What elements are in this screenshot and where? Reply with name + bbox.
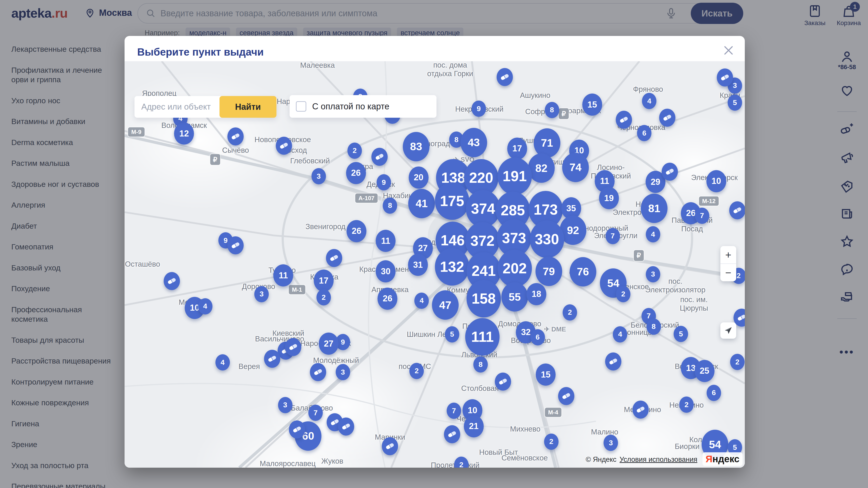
map-cluster[interactable]: 4 (642, 93, 656, 109)
map-cluster[interactable]: 2 (347, 142, 362, 159)
map-cluster[interactable]: 158 (467, 280, 501, 318)
map-cluster[interactable]: 3 (311, 168, 326, 184)
zoom-out-button[interactable]: − (720, 264, 736, 281)
map-cluster[interactable]: 132 (435, 248, 469, 286)
map-cluster[interactable]: 2 (616, 286, 630, 302)
map-cluster[interactable]: 8 (473, 356, 488, 372)
map-cluster[interactable]: 3 (603, 435, 618, 451)
map-cluster[interactable]: 7 (606, 228, 620, 244)
pharmacy-pill-marker[interactable] (497, 68, 513, 86)
map-cluster[interactable]: 76 (569, 257, 596, 287)
map-cluster[interactable]: 7 (695, 207, 709, 224)
map-cluster[interactable]: 4 (613, 326, 627, 343)
map-cluster[interactable]: 3 (646, 266, 660, 283)
map-cluster[interactable]: 41 (408, 189, 435, 218)
close-icon[interactable] (722, 44, 735, 57)
map-cluster[interactable]: 7 (308, 404, 323, 421)
pharmacy-pill-marker[interactable] (227, 236, 244, 254)
pharmacy-pill-marker[interactable] (495, 372, 511, 391)
map-cluster[interactable]: 6 (530, 329, 545, 346)
map-cluster[interactable]: 43 (460, 128, 487, 157)
pharmacy-pill-marker[interactable] (338, 418, 354, 435)
map-cluster[interactable]: 19 (599, 187, 619, 209)
card-payment-checkbox[interactable] (296, 101, 306, 111)
pharmacy-pill-marker[interactable] (444, 425, 460, 443)
pharmacy-pill-marker[interactable] (227, 127, 244, 145)
map-cluster[interactable]: 6 (707, 385, 721, 401)
map-cluster[interactable]: 2 (316, 289, 331, 305)
pharmacy-pill-marker[interactable] (276, 137, 292, 155)
map-cluster[interactable]: 81 (641, 194, 668, 223)
pharmacy-pill-marker[interactable] (659, 109, 675, 127)
map-cluster[interactable]: 4 (215, 354, 230, 370)
map-cluster[interactable]: 71 (534, 128, 560, 158)
pharmacy-pill-marker[interactable] (662, 163, 678, 181)
map-cluster[interactable]: 6 (637, 125, 651, 141)
map-cluster[interactable]: 4 (646, 226, 660, 242)
zoom-in-button[interactable]: + (720, 246, 736, 264)
map-cluster[interactable]: 3 (278, 397, 292, 413)
pharmacy-pill-marker[interactable] (264, 350, 280, 368)
map-cluster[interactable]: 18 (526, 283, 546, 305)
map-cluster[interactable]: 21 (464, 415, 484, 437)
map-cluster[interactable]: 12 (174, 123, 194, 144)
map-cluster[interactable]: 4 (414, 293, 429, 309)
pharmacy-pill-marker[interactable] (632, 400, 649, 419)
map-cluster[interactable]: 191 (498, 158, 532, 195)
terms-link[interactable]: Условия использования (620, 455, 698, 464)
find-button[interactable]: Найти (219, 96, 276, 118)
pharmacy-pill-marker[interactable] (558, 387, 575, 405)
map-cluster[interactable]: 2 (679, 396, 694, 413)
map-cluster[interactable]: 11 (376, 230, 396, 252)
map-cluster[interactable]: 11 (273, 264, 293, 287)
map-cluster[interactable]: 8 (383, 197, 397, 214)
map-cluster[interactable]: 5 (674, 326, 688, 342)
pharmacy-pill-marker[interactable] (616, 111, 632, 129)
map-cluster[interactable]: 31 (408, 254, 428, 276)
map-cluster[interactable]: 3 (254, 286, 269, 302)
map-cluster[interactable]: 26 (346, 220, 366, 242)
map-cluster[interactable]: 8 (545, 102, 559, 118)
map-cluster[interactable]: 30 (376, 260, 396, 283)
map-cluster[interactable]: 15 (582, 94, 602, 116)
pharmacy-pill-marker[interactable] (382, 437, 398, 455)
pharmacy-pill-marker[interactable] (605, 352, 621, 370)
map-cluster[interactable]: 74 (562, 153, 589, 182)
map-cluster[interactable]: 111 (465, 318, 500, 356)
map-cluster[interactable]: 7 (447, 402, 461, 419)
map-cluster[interactable]: 82 (528, 153, 555, 183)
pharmacy-pill-marker[interactable] (289, 420, 305, 438)
map-cluster[interactable]: 20 (409, 166, 429, 189)
yandex-logo[interactable]: Яндекс (703, 452, 743, 466)
map-cluster[interactable]: 9 (471, 101, 486, 117)
map-cluster[interactable]: 26 (346, 162, 366, 184)
map-cluster[interactable]: 55 (501, 282, 528, 312)
map-cluster[interactable]: 3 (336, 364, 350, 380)
map-cluster[interactable]: 17 (507, 138, 527, 160)
map-cluster[interactable]: 202 (498, 250, 532, 287)
pharmacy-pill-marker[interactable] (285, 338, 301, 356)
map-cluster[interactable]: 47 (432, 290, 459, 320)
map-cluster[interactable]: 2 (563, 304, 577, 321)
map-cluster[interactable]: 26 (377, 288, 397, 310)
map-cluster[interactable]: 374 (466, 190, 500, 228)
map-cluster[interactable]: 2 (409, 363, 424, 379)
map-cluster[interactable]: 17 (314, 269, 334, 292)
map-cluster[interactable]: 79 (535, 257, 562, 286)
map-cluster[interactable]: 27 (319, 332, 339, 355)
map-cluster[interactable]: 8 (647, 319, 661, 335)
map-cluster[interactable]: 15 (536, 363, 556, 386)
map-cluster[interactable]: 175 (435, 182, 469, 220)
geolocation-button[interactable] (720, 322, 736, 339)
map-cluster[interactable]: 5 (445, 326, 459, 343)
map-cluster[interactable]: 25 (694, 360, 715, 382)
map-cluster[interactable]: 83 (403, 132, 430, 161)
pharmacy-pill-marker[interactable] (371, 148, 388, 166)
map-cluster[interactable]: 9 (377, 174, 391, 191)
address-input[interactable] (134, 96, 222, 118)
map-cluster[interactable]: 4 (198, 298, 213, 315)
map-cluster[interactable]: 5 (727, 94, 742, 111)
map-canvas[interactable]: Малеевкапос. дома отдыха ГоркиАшукиноСоф… (125, 61, 745, 468)
pharmacy-pill-marker[interactable] (729, 201, 745, 219)
pharmacy-pill-marker[interactable] (310, 363, 326, 381)
